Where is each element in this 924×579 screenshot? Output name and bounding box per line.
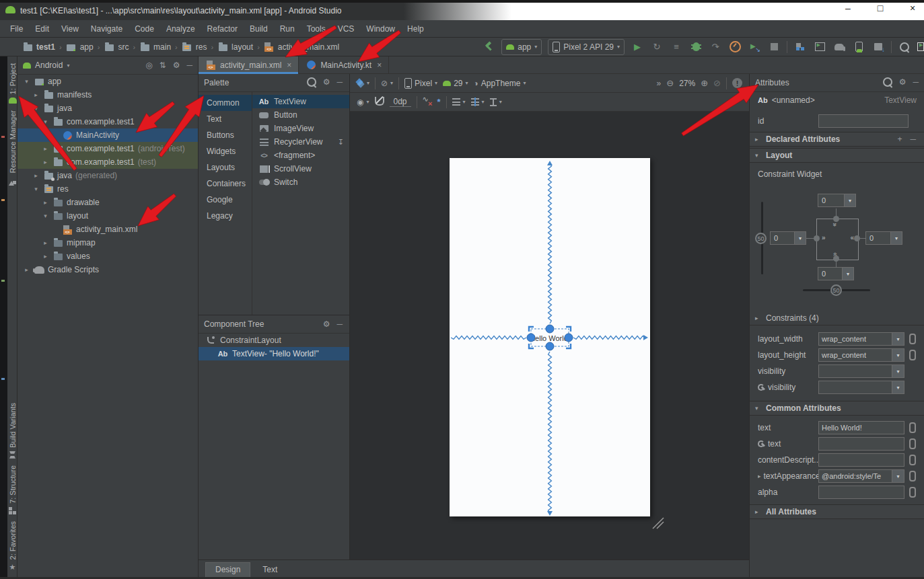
project-tree-row-manifests[interactable]: ▸manifests — [17, 88, 198, 102]
collapse-all-icon[interactable]: ⇅ — [159, 61, 166, 70]
section-all-attributes[interactable]: ▸ All Attributes — [750, 504, 924, 519]
breadcrumb-item-app[interactable]: app — [64, 42, 96, 52]
errors-panel-toggle[interactable]: ! — [732, 78, 742, 88]
remove-attribute-icon[interactable]: ─ — [910, 134, 916, 144]
tree-chevron-icon[interactable]: ▾ — [42, 213, 49, 219]
mode-tab-design[interactable]: Design — [205, 562, 250, 577]
margin-bottom-combo[interactable]: 0▾ — [818, 267, 854, 280]
device-selector[interactable]: Pixel▾ — [404, 78, 437, 89]
tool-window-button-2-favorites[interactable]: 2: Favorites★ — [9, 521, 17, 572]
palette-component-textview[interactable]: AbTextView — [252, 95, 349, 108]
clear-constraints-icon[interactable] — [423, 97, 432, 107]
tree-chevron-icon[interactable]: ▾ — [23, 78, 30, 85]
autoconnect-toggle-icon[interactable] — [375, 97, 384, 108]
tool-window-button-build-variants[interactable]: Build Variants — [9, 403, 17, 459]
debug-button[interactable] — [689, 40, 703, 54]
menu-item-help[interactable]: Help — [401, 24, 430, 34]
toggle-pill-icon[interactable] — [909, 422, 916, 433]
menu-item-refactor[interactable]: Refactor — [201, 24, 244, 34]
palette-category-containers[interactable]: Containers — [199, 176, 252, 192]
project-tree-row-drawable[interactable]: ▸drawable — [17, 196, 198, 209]
project-tree-row-java[interactable]: ▸java (generated) — [17, 169, 198, 182]
tree-chevron-icon[interactable]: ▸ — [42, 199, 49, 206]
theme-selector[interactable]: ◑AppTheme▾ — [474, 79, 526, 88]
menu-item-code[interactable]: Code — [129, 24, 160, 34]
margin-right-combo[interactable]: 0▾ — [865, 231, 902, 245]
vertical-bias-badge[interactable]: 50 — [755, 233, 767, 244]
palette-component-switch[interactable]: Switch — [252, 176, 349, 189]
tree-chevron-icon[interactable]: ▸ — [42, 159, 49, 165]
view-options-selector[interactable]: ◉▾ — [357, 98, 369, 107]
attribute-combo-visibility[interactable]: ▾ — [818, 364, 904, 378]
minimize-button[interactable]: – — [841, 3, 855, 13]
tree-chevron-icon[interactable]: ▸ — [42, 239, 49, 246]
component-tree-item-textview[interactable]: AbTextView- "Hello World!" — [199, 347, 349, 360]
attribute-input-contentdescript-[interactable] — [818, 453, 904, 467]
project-tree-row-mipmap[interactable]: ▸mipmap — [17, 236, 198, 249]
align-selector[interactable]: ▾ — [471, 98, 485, 106]
attribute-input-alpha[interactable] — [818, 486, 904, 499]
tree-chevron-icon[interactable]: ▸ — [32, 172, 40, 179]
margin-left-combo[interactable]: 0▾ — [770, 231, 806, 245]
toggle-pill-icon[interactable] — [909, 334, 916, 344]
breadcrumb-item-res[interactable]: res — [180, 42, 209, 52]
zoom-in-button[interactable]: ⊕ — [701, 78, 708, 88]
menu-item-file[interactable]: File — [4, 24, 29, 34]
project-tree-row-com-example-test1[interactable]: ▸com.example.test1 (test) — [17, 155, 198, 169]
hide-panel-icon[interactable]: ─ — [186, 61, 192, 70]
design-surface-selector[interactable]: ▾ — [357, 79, 369, 87]
breadcrumb-item-activity_main.xml[interactable]: activity_main.xml — [262, 42, 341, 52]
profiler-icon[interactable] — [728, 40, 742, 54]
section-constraints[interactable]: ▸ Constraints (4) — [750, 311, 924, 325]
editor-tab-mainactivity-kt[interactable]: MainActivity.kt× — [299, 56, 389, 73]
tool-window-button-7-structure[interactable]: 7: Structure — [9, 465, 17, 514]
menu-item-tools[interactable]: Tools — [301, 24, 332, 34]
hide-panel-icon[interactable]: ─ — [913, 77, 919, 89]
tree-chevron-icon[interactable]: ▸ — [42, 253, 49, 260]
tree-chevron-icon[interactable]: ▾ — [42, 118, 49, 125]
breadcrumb-item-src[interactable]: src — [102, 42, 131, 52]
project-tree-row-res[interactable]: ▾res — [17, 182, 198, 196]
constraint-anchor-left[interactable] — [814, 235, 820, 241]
sdk-manager-icon[interactable] — [872, 40, 885, 54]
id-input[interactable] — [818, 114, 909, 128]
palette-component-button[interactable]: Button — [252, 108, 349, 122]
palette-component--fragment-[interactable]: <><fragment> — [252, 149, 349, 162]
constraint-anchor-right[interactable] — [854, 235, 860, 241]
project-structure-icon[interactable] — [793, 40, 807, 54]
search-icon[interactable] — [883, 77, 892, 89]
tree-chevron-icon[interactable]: ▾ — [32, 105, 40, 112]
palette-component-scrollview[interactable]: ScrollView — [252, 162, 349, 176]
project-tree-row-com-example-test1[interactable]: ▸com.example.test1 (androidTest) — [17, 142, 198, 155]
project-tree-row-layout[interactable]: ▾layout — [17, 209, 198, 223]
locate-file-icon[interactable]: ◎ — [145, 61, 152, 70]
build-hammer-icon[interactable] — [482, 40, 495, 54]
palette-category-layouts[interactable]: Layouts — [199, 159, 252, 176]
expander-icon[interactable]: ▸ — [758, 473, 761, 479]
palette-category-google[interactable]: Google — [199, 192, 252, 208]
toggle-pill-icon[interactable] — [909, 438, 916, 449]
component-tree-item-constraintlayout[interactable]: ConstraintLayout — [199, 334, 349, 347]
design-canvas-artboard[interactable] — [450, 158, 650, 516]
project-tree-row-gradle-scripts[interactable]: ▸Gradle Scripts — [17, 263, 198, 276]
hide-panel-icon[interactable]: ─ — [336, 319, 343, 329]
menu-item-view[interactable]: View — [55, 24, 85, 34]
close-icon[interactable]: × — [377, 61, 382, 70]
gear-icon[interactable]: ⚙ — [899, 77, 907, 89]
section-layout[interactable]: ▾ Layout — [750, 148, 924, 163]
default-margin-control[interactable]: 0dp — [390, 97, 411, 107]
search-icon[interactable] — [307, 77, 316, 89]
menu-item-window[interactable]: Window — [360, 24, 401, 34]
orientation-selector[interactable]: ⊘▾ — [381, 79, 393, 88]
zoom-out-button[interactable]: ⊖ — [666, 78, 674, 88]
tool-window-button-1-project[interactable]: 1: Project — [9, 63, 17, 104]
menu-item-edit[interactable]: Edit — [29, 24, 55, 34]
breadcrumb-item-layout[interactable]: layout — [215, 42, 255, 52]
project-tree-row-com-example-test1[interactable]: ▾com.example.test1 — [17, 115, 198, 128]
palette-category-common[interactable]: Common — [199, 95, 252, 111]
project-tree-row-values[interactable]: ▸values — [17, 249, 198, 263]
constraint-anchor-bottom[interactable] — [833, 256, 839, 262]
menu-item-run[interactable]: Run — [274, 24, 301, 34]
device-combo[interactable]: Pixel 2 API 29 ▾ — [548, 39, 625, 55]
attribute-combo-visibility[interactable]: ▾ — [818, 381, 904, 394]
